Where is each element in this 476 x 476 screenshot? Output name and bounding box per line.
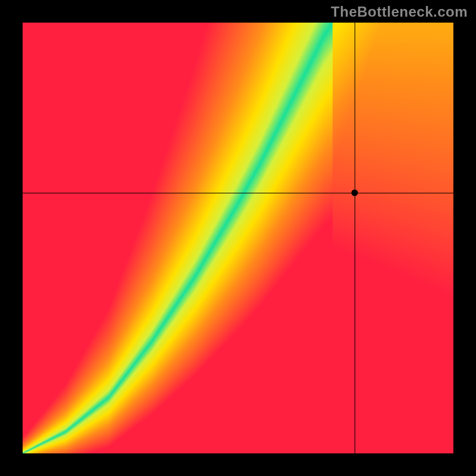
crosshair-marker (352, 190, 358, 196)
crosshair-horizontal (23, 193, 453, 193)
crosshair-vertical (355, 23, 355, 453)
heatmap-canvas (23, 23, 453, 453)
plot-area (23, 23, 453, 453)
watermark-text: TheBottleneck.com (331, 4, 468, 20)
chart-frame: TheBottleneck.com (0, 0, 476, 476)
